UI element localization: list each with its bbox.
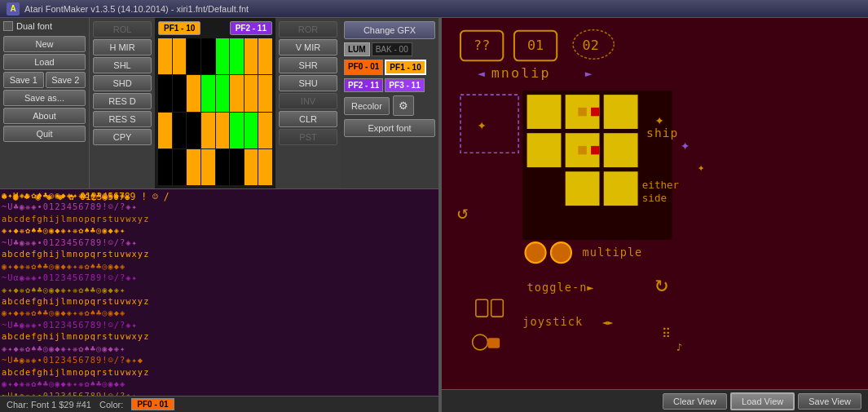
svg-point-54: [551, 242, 571, 263]
pixel-cell[interactable]: [245, 75, 258, 111]
pixel-cell[interactable]: [216, 113, 230, 148]
pixel-cell[interactable]: [158, 113, 172, 148]
pixel-cell[interactable]: [258, 113, 272, 148]
pixel-cell[interactable]: [173, 149, 187, 185]
pixel-cell[interactable]: [216, 75, 230, 111]
svg-text:◉✦◆◈❋✿♠♣◎◉◆◈✦❋✿♠♣◎◉◆◈: ◉✦◆◈❋✿♠♣◎◉◆◈✦❋✿♠♣◎◉◆◈: [2, 308, 126, 317]
pixel-grid[interactable]: [158, 38, 272, 185]
svg-rect-42: [578, 146, 586, 154]
shd-button[interactable]: SHD: [93, 75, 152, 91]
pixel-cell[interactable]: [230, 75, 244, 111]
dual-font-label: Dual font: [16, 21, 52, 31]
svg-text:either: either: [642, 179, 680, 191]
svg-text:ship: ship: [646, 126, 678, 140]
pixel-cell[interactable]: [245, 38, 258, 74]
svg-text:◉✦◆◈❋✿♠♣◎◉◆◈✦❋✿♠♣◎◉◆◈: ◉✦◆◈❋✿♠♣◎◉◆◈✦❋✿♠♣◎◉◆◈: [2, 379, 126, 388]
pf1-selector[interactable]: PF1 - 10: [158, 21, 200, 35]
res-d-button[interactable]: RES D: [93, 93, 152, 109]
pixel-cell[interactable]: [230, 113, 244, 148]
pixel-cell[interactable]: [173, 75, 187, 111]
svg-text:►: ►: [585, 66, 593, 80]
svg-text:✦: ✦: [655, 111, 664, 128]
pixel-cell[interactable]: [187, 75, 200, 111]
save2-button[interactable]: Save 2: [46, 72, 86, 88]
recolor-button[interactable]: Recolor: [344, 97, 390, 115]
clr-button[interactable]: CLR: [279, 111, 337, 127]
pixel-cell[interactable]: [187, 38, 200, 74]
pixel-cell[interactable]: [158, 149, 172, 185]
pixel-cell[interactable]: [158, 75, 172, 111]
pixel-cell[interactable]: [173, 38, 187, 74]
svg-text:~Uα◉❋◈•0123456789!☺/?◈✦: ~Uα◉❋◈•0123456789!☺/?◈✦: [2, 272, 138, 282]
pixel-cell[interactable]: [201, 113, 215, 148]
pixel-cell[interactable]: [245, 113, 258, 148]
dual-font-row: Dual font: [3, 21, 86, 31]
pf2-selector[interactable]: PF2 - 11: [230, 21, 272, 35]
svg-text:↺: ↺: [457, 202, 469, 223]
export-font-button[interactable]: Export font: [344, 119, 435, 137]
pixel-cell[interactable]: [158, 38, 172, 74]
svg-text:abcdefghijlmnopqrstuvwxyz: abcdefghijlmnopqrstuvwxyz: [2, 296, 149, 306]
color-swatches-row2: PF2 - 11 PF3 - 11: [344, 78, 435, 92]
pf2-swatch[interactable]: PF2 - 11: [344, 78, 383, 92]
pixel-cell[interactable]: [230, 38, 244, 74]
svg-rect-39: [604, 171, 638, 206]
svg-text:◈✦◆❋✿♠♣◎◉◆◈✦❋✿♠♣◎◉◆◈✦: ◈✦◆❋✿♠♣◎◉◆◈✦❋✿♠♣◎◉◆◈✦: [2, 343, 126, 353]
svg-text:~U♣◉❋◈•0123456789!☺/?◈✦: ~U♣◉❋◈•0123456789!☺/?◈✦: [2, 237, 138, 247]
shr-button[interactable]: SHR: [279, 57, 337, 73]
pixel-cell[interactable]: [201, 149, 215, 185]
pixel-cell[interactable]: [245, 149, 258, 185]
pixel-cell[interactable]: [173, 113, 187, 148]
color-swatches-row1: PF0 - 01 PF1 - 10: [344, 60, 435, 75]
pf1-swatch[interactable]: PF1 - 10: [385, 60, 425, 75]
shu-button[interactable]: SHU: [279, 75, 337, 91]
quit-button[interactable]: Quit: [3, 126, 86, 142]
res-s-button[interactable]: RES S: [93, 111, 152, 127]
pf0-swatch[interactable]: PF0 - 01: [344, 60, 383, 75]
svg-text:◈✦◆❋✿♠♣◎◉◆◈✦❋✿♠♣◎◉◆◈✦: ◈✦◆❋✿♠♣◎◉◆◈✦❋✿♠♣◎◉◆◈✦: [2, 285, 126, 295]
shl-button[interactable]: SHL: [93, 57, 152, 73]
new-button[interactable]: New: [3, 36, 86, 52]
bak-value[interactable]: BAK - 00: [372, 42, 412, 56]
load-view-button[interactable]: Load View: [730, 392, 795, 410]
pixel-cell[interactable]: [216, 149, 230, 185]
pixel-cell[interactable]: [216, 38, 230, 74]
svg-text:◈✦◆❋✿♠♣◎◉◆◈✦❋✿♠♣◎◉◆◈✦: ◈✦◆❋✿♠♣◎◉◆◈✦❋✿♠♣◎◉◆◈✦: [2, 225, 126, 235]
pf3-swatch[interactable]: PF3 - 11: [385, 78, 424, 92]
svg-text:02: 02: [583, 37, 599, 53]
change-gfx-button[interactable]: Change GFX: [344, 21, 435, 39]
clear-view-button[interactable]: Clear View: [663, 393, 727, 410]
save-as-button[interactable]: Save as...: [3, 90, 86, 106]
svg-text:↻: ↻: [655, 271, 668, 296]
about-button[interactable]: About: [3, 108, 86, 124]
load-button[interactable]: Load: [3, 54, 86, 70]
svg-text:side: side: [642, 192, 667, 204]
app-icon: A: [7, 2, 20, 16]
svg-text:~U♣◉❋◈•0123456789!☺/?◈✦: ~U♣◉❋◈•0123456789!☺/?◈✦: [2, 202, 138, 211]
h-mir-button[interactable]: H MIR: [93, 39, 152, 55]
svg-text:~U♣◉❋◈•0123456789!☺/?◈✦: ~U♣◉❋◈•0123456789!☺/?◈✦: [2, 320, 138, 330]
gfx-display: ?? 01 02 mnolip ◄ ►: [442, 18, 868, 389]
pixel-cell[interactable]: [201, 75, 215, 111]
pixel-cell[interactable]: [187, 149, 200, 185]
dual-font-checkbox[interactable]: [3, 21, 13, 31]
svg-text:??: ??: [474, 37, 490, 53]
cpy-button[interactable]: CPY: [93, 129, 152, 145]
controls-row: Dual font New Load Save 1 Save 2 Save as…: [0, 18, 438, 189]
svg-text:toggle-n►: toggle-n►: [527, 281, 595, 294]
save1-button[interactable]: Save 1: [3, 72, 44, 88]
pixel-cell[interactable]: [258, 75, 272, 111]
svg-text:mnolip: mnolip: [491, 64, 551, 81]
pixel-cell[interactable]: [230, 149, 244, 185]
pst-button: PST: [279, 129, 337, 145]
gear-button[interactable]: ⚙: [393, 95, 414, 116]
pixel-cell[interactable]: [201, 38, 215, 74]
svg-rect-32: [527, 95, 562, 129]
pixel-cell[interactable]: [258, 38, 272, 74]
titlebar: A Atari FontMaker v1.3.5 (14.10.2014) - …: [0, 0, 868, 18]
pixel-cell[interactable]: [187, 113, 200, 148]
pixel-cell[interactable]: [258, 149, 272, 185]
ror-button: ROR: [279, 21, 337, 38]
save-view-button[interactable]: Save View: [798, 393, 861, 410]
v-mir-button[interactable]: V MIR: [279, 39, 337, 55]
